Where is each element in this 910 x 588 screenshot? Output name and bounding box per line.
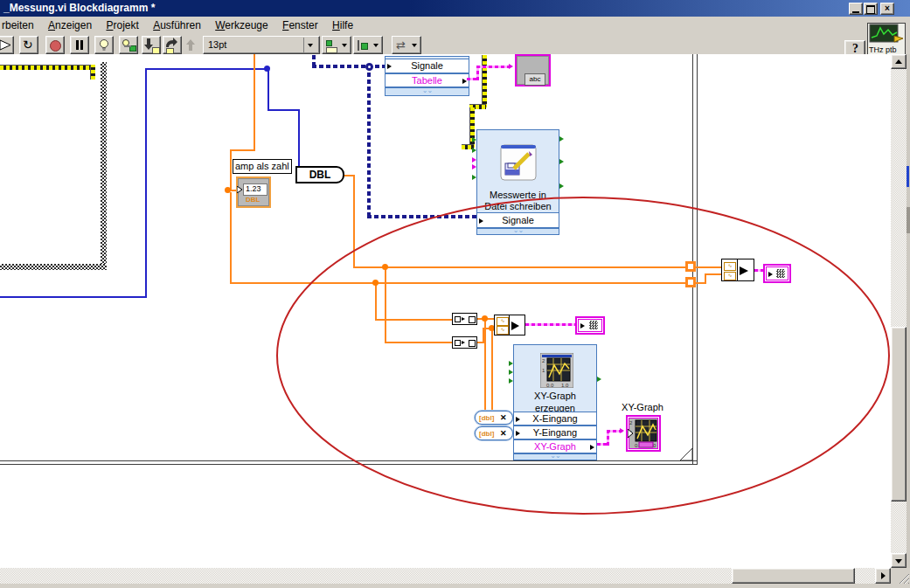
step-over-button[interactable] bbox=[163, 36, 182, 54]
express-vi-signale-tabelle[interactable]: Signale Tabelle ⌄⌄ bbox=[385, 56, 469, 96]
convert-block[interactable] bbox=[452, 313, 477, 325]
menu-ausfuehren[interactable]: Ausführen bbox=[153, 17, 201, 35]
vi-icon[interactable]: THz ptb bbox=[867, 23, 906, 56]
xy-graph-terminal-label[interactable]: XY-Graph bbox=[612, 402, 673, 412]
terminal-arrow-icon bbox=[472, 148, 476, 153]
xy-graph-icon: 21 0.01.0 bbox=[540, 353, 573, 388]
chevron-down-icon bbox=[342, 44, 347, 47]
wire-junction bbox=[372, 280, 379, 286]
vi-expand-footer[interactable]: ⌄⌄ bbox=[513, 453, 597, 460]
svg-text:0.0: 0.0 bbox=[546, 383, 554, 388]
horizontal-scrollbar[interactable] bbox=[0, 568, 891, 584]
convert-icon bbox=[455, 340, 461, 346]
terminal-glyph bbox=[589, 321, 598, 329]
dynamic-data-terminal[interactable] bbox=[763, 264, 791, 283]
numeric-indicator-terminal[interactable]: 1.23 DBL bbox=[236, 176, 271, 208]
dynamic-wire bbox=[367, 66, 371, 217]
dbl-label: DBL bbox=[309, 169, 331, 181]
terminal-arrow-icon bbox=[472, 157, 476, 163]
case-structure-border-horizontal[interactable] bbox=[0, 264, 107, 270]
merge-input-icon: ∿ bbox=[497, 317, 509, 326]
pause-button[interactable] bbox=[70, 36, 89, 54]
maximize-button[interactable] bbox=[864, 3, 878, 15]
express-vi-write-measurement-file[interactable]: Messwerte in Datei schreiben Signale ⌄⌄ bbox=[476, 129, 559, 234]
menu-fenster[interactable]: Fenster bbox=[282, 17, 318, 35]
structure-border-bottom[interactable] bbox=[0, 460, 698, 461]
distribute-objects-dropdown[interactable] bbox=[353, 36, 383, 54]
merge-input-icon: ∿ bbox=[724, 272, 736, 280]
background-window-sliver bbox=[907, 54, 910, 568]
scroll-right-button[interactable] bbox=[875, 568, 891, 584]
run-continuous-icon: ↻ bbox=[23, 38, 33, 52]
orange-wire bbox=[353, 175, 355, 268]
wire-junction bbox=[225, 187, 231, 193]
structure-border-right2 bbox=[697, 54, 698, 465]
input-arrow-icon bbox=[387, 64, 392, 69]
merge-signals-block[interactable]: ∿ ∿ bbox=[721, 259, 754, 281]
font-selector[interactable]: 13pt Anwendungsschriftart bbox=[203, 36, 320, 54]
structure-border-right[interactable] bbox=[692, 54, 693, 465]
to-dbl-conversion[interactable]: DBL bbox=[295, 166, 344, 183]
pink-wire bbox=[607, 431, 609, 446]
scroll-down-button[interactable] bbox=[891, 553, 907, 568]
terminal-arrow-icon bbox=[472, 164, 476, 169]
step-out-button[interactable] bbox=[184, 36, 203, 54]
tunnel[interactable] bbox=[685, 261, 696, 272]
close-icon: × bbox=[885, 3, 890, 13]
menu-bearbeiten[interactable]: rbeiten bbox=[2, 17, 34, 35]
reorder-dropdown[interactable]: ⇄ bbox=[392, 36, 421, 54]
xy-graph-terminal[interactable]: 21 0.01.0 bbox=[626, 415, 661, 452]
svg-text:2: 2 bbox=[629, 420, 633, 425]
toolbar: ↻ bbox=[0, 35, 910, 55]
lightbulb-icon bbox=[96, 38, 112, 53]
merge-divider bbox=[509, 315, 510, 335]
express-vi-build-xy-graph[interactable]: 21 0.01.0 XY-Graph erzeugen X-Eingang Y-… bbox=[513, 344, 597, 460]
close-button[interactable]: × bbox=[880, 3, 894, 15]
orange-wire bbox=[230, 149, 255, 151]
vi-row-signale[interactable]: Signale bbox=[385, 59, 469, 73]
menu-anzeigen[interactable]: Anzeigen bbox=[48, 17, 92, 35]
abort-button[interactable] bbox=[45, 36, 65, 54]
minimize-button[interactable] bbox=[849, 3, 863, 15]
menu-hilfe[interactable]: Hilfe bbox=[332, 17, 353, 35]
menu-werkzeuge[interactable]: Werkzeuge bbox=[215, 17, 267, 35]
tunnel[interactable] bbox=[685, 277, 696, 287]
vertical-scrollbar[interactable] bbox=[891, 54, 907, 568]
merge-signals-block[interactable]: ∿ ∿ bbox=[494, 315, 525, 336]
wire-junction bbox=[365, 63, 373, 71]
run-button[interactable] bbox=[0, 36, 14, 54]
to-dynamic-data-converter[interactable]: [dbl] ✕ bbox=[475, 426, 513, 440]
convert-block[interactable] bbox=[452, 336, 477, 349]
labview-block-diagram-window: _Messung.vi Blockdiagramm * × rbeiten An… bbox=[0, 0, 910, 588]
scroll-up-button[interactable] bbox=[891, 54, 907, 69]
arrow-up-icon bbox=[895, 59, 902, 64]
retain-wire-values-button[interactable] bbox=[119, 36, 138, 54]
dynamic-data-terminal[interactable] bbox=[575, 316, 605, 335]
align-objects-dropdown[interactable] bbox=[322, 36, 351, 54]
vi-row-x-eingang[interactable]: X-Eingang bbox=[513, 412, 597, 425]
chevron-down-icon bbox=[373, 44, 379, 47]
case-structure-border-vertical[interactable] bbox=[101, 62, 107, 266]
orange-wire bbox=[385, 268, 386, 343]
menu-projekt[interactable]: Projekt bbox=[106, 17, 138, 35]
step-into-button[interactable] bbox=[142, 36, 161, 54]
arrow-down-icon bbox=[895, 559, 902, 564]
event-structure-border2-v1[interactable] bbox=[482, 55, 487, 107]
vi-expand-footer[interactable]: ⌄⌄ bbox=[476, 228, 559, 235]
horizontal-scrollbar-thumb[interactable] bbox=[732, 568, 855, 584]
vi-expand-footer[interactable]: ⌄⌄ bbox=[385, 87, 469, 96]
block-diagram-canvas[interactable]: Signale Tabelle ⌄⌄ abc bbox=[0, 54, 891, 568]
blue-wire bbox=[145, 68, 267, 70]
string-indicator-terminal[interactable]: abc bbox=[515, 54, 551, 86]
vertical-scrollbar-thumb[interactable] bbox=[891, 327, 907, 502]
merge-input-icon: ∿ bbox=[724, 262, 736, 271]
vi-row-y-eingang[interactable]: Y-Eingang bbox=[513, 425, 597, 439]
run-continuous-button[interactable]: ↻ bbox=[19, 36, 38, 54]
highlight-execution-button[interactable] bbox=[94, 36, 114, 54]
vi-row-tabelle[interactable]: Tabelle bbox=[385, 73, 469, 87]
to-dynamic-data-converter[interactable]: [dbl] ✕ bbox=[475, 411, 513, 425]
event-structure-border-top[interactable] bbox=[0, 65, 94, 70]
amp-als-zahl-label[interactable]: amp als zahl bbox=[233, 159, 292, 174]
title-bar[interactable]: _Messung.vi Blockdiagramm * × bbox=[0, 0, 910, 17]
row-label: Tabelle bbox=[412, 75, 442, 86]
